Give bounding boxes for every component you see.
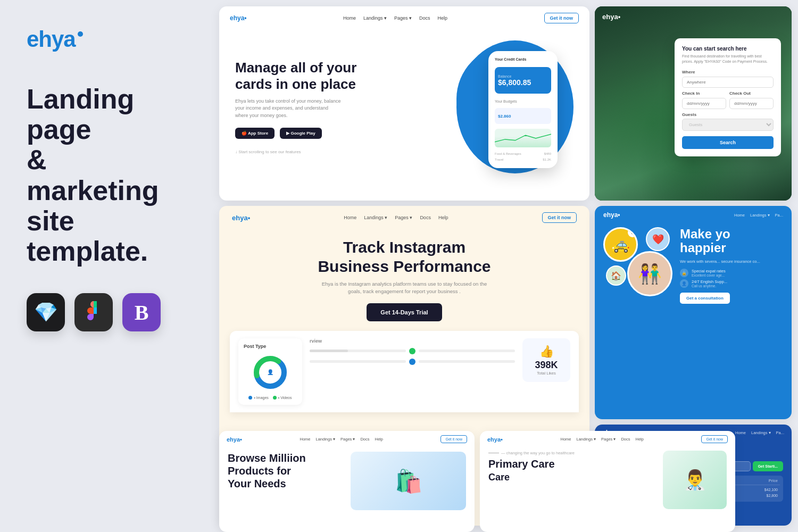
- instagram-trial-btn[interactable]: Get 14-Days Trial: [367, 303, 442, 321]
- sketch-icon: 💎: [27, 293, 65, 331]
- travel-search-title: You can start search here: [682, 46, 774, 52]
- products-logo: ehya•: [227, 436, 242, 443]
- bar-chart: [310, 348, 515, 365]
- finance-logo: ehya•: [230, 14, 247, 22]
- insurance-text: Make yo happier We work with severa... s…: [680, 227, 783, 304]
- store-buttons: 🍎 App Store ▶ Google Play: [235, 128, 446, 139]
- consultation-btn[interactable]: Get a consultation: [680, 293, 730, 304]
- checkin-input[interactable]: [682, 98, 726, 109]
- health-logo: ehya•: [487, 436, 503, 443]
- instagram-logo: ehya•: [232, 214, 250, 222]
- instagram-get-btn[interactable]: Get it now: [542, 212, 577, 223]
- svg-text:👤: 👤: [267, 368, 274, 375]
- overview-widget: rview: [310, 338, 515, 365]
- likes-icon: 👍: [531, 345, 562, 359]
- products-content: Browse Milliion Products for Your Needs …: [219, 447, 475, 514]
- finance-content: Manage all of your cards in one place Eh…: [219, 30, 589, 184]
- donut-chart-container: 👤: [244, 353, 297, 392]
- likes-label: Total Likes: [531, 371, 562, 376]
- travel-search-btn[interactable]: Search: [682, 136, 774, 149]
- hero-title: Landing page & marketing site template.: [27, 84, 186, 267]
- health-text: — changing the way you go to healthcare …: [488, 451, 656, 484]
- insurance-subtext: We work with severa... secure insurance …: [680, 259, 783, 264]
- phone-mockup: Your Credit Cards Balance $6,800.85 Your…: [488, 51, 558, 168]
- instagram-hero: Track Instagram Business Performance Ehy…: [219, 229, 589, 326]
- finance-card: ehya• Home Landings ▾ Pages ▾ Docs Help …: [219, 6, 589, 201]
- instagram-dashboard: Post Type 👤 • Images: [230, 331, 579, 412]
- finance-heading: Manage all of your cards in one place: [235, 60, 446, 93]
- checkin-label: Check In: [682, 91, 726, 96]
- health-nav-links: Home Landings ▾ Pages ▾ Docs Help: [560, 437, 643, 442]
- instagram-navbar: ehya• Home Landings ▾ Pages ▾ Docs Help …: [219, 206, 589, 229]
- instagram-nav-links: Home Landings ▾ Pages ▾ Docs Help: [344, 215, 448, 220]
- bootstrap-icon: B: [122, 293, 161, 331]
- likes-widget: 👍 398K Total Likes: [522, 338, 570, 382]
- date-row: Check In Check Out: [682, 88, 774, 109]
- instagram-subtext: Ehya is the Instagram analytics platform…: [319, 280, 489, 296]
- instagram-title: Track Instagram Business Performance: [240, 238, 568, 276]
- couple-photo: 👫: [627, 251, 672, 296]
- bar-row-1: [310, 348, 515, 354]
- finance-illustration: Your Credit Cards Balance $6,800.85 Your…: [456, 40, 573, 173]
- where-input[interactable]: [682, 77, 774, 88]
- insurance-feature-1: 🔒 Special expat rates Excellent cover ag…: [680, 269, 783, 277]
- dollar-badge: $: [628, 228, 637, 237]
- travel-search-desc: Find thousand destination for travelling…: [682, 54, 774, 64]
- scroll-hint: ↓ Start scrolling to see our features: [235, 149, 446, 154]
- taxi-photo: 🚕 $: [603, 227, 638, 262]
- left-panel: ehya Landing page & marketing site templ…: [0, 0, 213, 532]
- products-text: Browse Milliion Products for Your Needs: [228, 452, 343, 490]
- products-heading: Browse Milliion Products for Your Needs: [228, 452, 313, 490]
- overview-label: rview: [310, 338, 515, 344]
- logo-text: ehya: [27, 27, 76, 52]
- figma-icon: [74, 293, 113, 331]
- chart-legend: • Images • Videos: [244, 396, 297, 400]
- products-navbar: ehya• Home Landings ▾ Pages ▾ Docs Help …: [219, 431, 475, 447]
- app-store-btn[interactable]: 🍎 App Store: [235, 128, 275, 139]
- post-type-label: Post Type: [244, 344, 297, 349]
- home-badge: 🏠: [606, 265, 626, 286]
- checkout-input[interactable]: [729, 98, 774, 109]
- insurance-navbar: ehya• Home Landings ▾ Pa...: [595, 206, 792, 224]
- images-legend: • Images: [248, 396, 268, 400]
- videos-legend: • Videos: [273, 396, 292, 400]
- where-label: Where: [682, 70, 774, 74]
- insurance-logo: ehya•: [603, 211, 620, 219]
- products-nav-links: Home Landings ▾ Pages ▾ Docs Help: [300, 437, 383, 442]
- health-tag: — changing the way you go to healthcare: [488, 451, 656, 455]
- app-icons-row: 💎 B: [27, 293, 186, 331]
- post-type-donut-chart: 👤: [251, 353, 289, 392]
- finance-navbar: ehya• Home Landings ▾ Pages ▾ Docs Help …: [219, 6, 589, 30]
- health-content: — changing the way you go to healthcare …: [480, 447, 735, 512]
- finance-get-btn[interactable]: Get it now: [544, 13, 579, 23]
- brand-logo: ehya: [27, 27, 186, 52]
- finance-subtext: Ehya lets you take control of your money…: [235, 98, 342, 120]
- insurance-card: ehya• Home Landings ▾ Pa... 🚕 $ 👫 ❤️ 🏠: [595, 206, 792, 419]
- images-dot: [248, 396, 252, 400]
- finance-nav-links: Home Landings ▾ Pages ▾ Docs Help: [343, 15, 447, 21]
- videos-dot: [273, 396, 277, 400]
- checkout-label: Check Out: [729, 91, 774, 96]
- insurance-photos: 🚕 $ 👫 ❤️ 🏠: [603, 227, 672, 302]
- insurance-feature-2: 👤 24/7 English Supp... Call us anytime.: [680, 279, 783, 288]
- google-play-btn[interactable]: ▶ Google Play: [280, 128, 321, 139]
- crypto-start-btn[interactable]: Get Starti...: [753, 461, 783, 471]
- products-card: ehya• Home Landings ▾ Pages ▾ Docs Help …: [219, 431, 475, 532]
- health-heading: Primary Care Care: [488, 458, 573, 484]
- likes-count: 398K: [531, 360, 562, 371]
- insurance-title: Make yo happier: [680, 227, 783, 255]
- health-card: ehya• Home Landings ▾ Pages ▾ Docs Help …: [480, 431, 735, 532]
- products-get-btn[interactable]: Get it now: [440, 435, 467, 443]
- health-navbar: ehya• Home Landings ▾ Pages ▾ Docs Help …: [480, 431, 735, 447]
- health-illustration: 👨‍⚕️: [663, 451, 727, 509]
- guests-select[interactable]: Guests 1 Guest 2 Guests: [682, 119, 774, 131]
- health-get-btn[interactable]: Get it now: [701, 435, 728, 443]
- bar-row-2: [310, 359, 515, 365]
- post-type-widget: Post Type 👤 • Images: [238, 338, 302, 405]
- insurance-nav-links: Home Landings ▾ Pa...: [734, 213, 783, 218]
- products-illustration: 🛍️: [351, 452, 466, 510]
- logo-dot: [78, 31, 83, 37]
- crypto-nav-links: Home Landings ▾ Pa...: [735, 430, 784, 435]
- guests-label: Guests: [682, 112, 774, 117]
- travel-search-box: You can start search here Find thousand …: [675, 38, 781, 156]
